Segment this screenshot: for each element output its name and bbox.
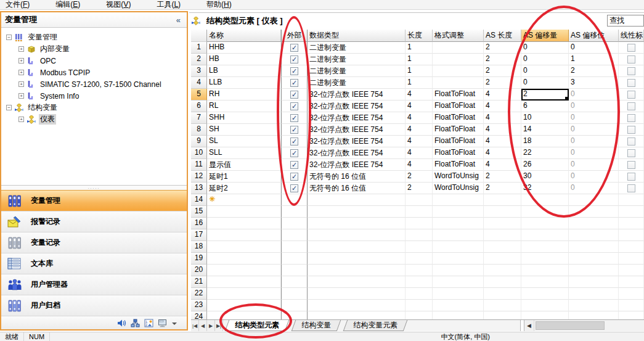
column-header[interactable]: AS 偏移量 <box>521 30 569 42</box>
cell-as-length[interactable]: 2 <box>484 171 521 183</box>
cell-format[interactable] <box>433 300 484 311</box>
cell-length[interactable] <box>406 241 433 253</box>
cell-length[interactable]: 2 <box>406 183 433 194</box>
corner-header-cell[interactable] <box>191 30 207 42</box>
row-number[interactable]: 11 <box>191 159 207 171</box>
cell-length[interactable]: 4 <box>406 147 433 159</box>
tree-item[interactable]: +OPC <box>1 55 187 67</box>
cell-length[interactable]: 4 <box>406 159 433 171</box>
cell-as-offset[interactable]: 10 <box>521 112 569 124</box>
cell-format[interactable] <box>433 265 484 276</box>
row-number[interactable]: 8 <box>191 124 207 136</box>
cell-as-offset[interactable] <box>521 265 569 276</box>
cell-as-bit[interactable]: 0 <box>569 147 619 159</box>
sheet-tab[interactable]: 结构类型元素 <box>225 320 290 331</box>
search-input[interactable] <box>607 15 644 27</box>
cell-as-bit[interactable]: 0 <box>569 101 619 112</box>
cell-as-bit[interactable]: 1 <box>569 54 619 65</box>
cell-format[interactable]: FloatToFloat <box>433 159 484 171</box>
cell-external[interactable] <box>281 300 308 311</box>
cell-as-offset[interactable]: 18 <box>521 136 569 147</box>
panel-splitter[interactable]: ..... <box>1 185 187 190</box>
tab-scroll-button[interactable]: ◀ <box>199 320 207 331</box>
column-header[interactable]: 外部 <box>281 30 308 42</box>
cell-external[interactable] <box>281 253 308 265</box>
cell-as-offset[interactable]: 2 <box>521 89 569 101</box>
cell-as-offset[interactable]: 26 <box>521 159 569 171</box>
cell-as-length[interactable]: 2 <box>484 54 521 65</box>
cell-as-length[interactable] <box>484 241 521 253</box>
cell-name[interactable]: 显示值 <box>207 159 281 171</box>
row-number[interactable]: 16 <box>191 218 207 229</box>
cell-format[interactable]: FloatToFloat <box>433 124 484 136</box>
cell-as-length[interactable] <box>484 265 521 276</box>
cell-datatype[interactable]: 二进制变量 <box>308 42 406 54</box>
cell-datatype[interactable] <box>308 194 406 206</box>
cell-as-length[interactable]: 4 <box>484 147 521 159</box>
speaker-icon[interactable] <box>117 319 126 327</box>
cell-datatype[interactable]: 二进制变量 <box>308 77 406 89</box>
cell-as-bit[interactable] <box>569 253 619 265</box>
row-number[interactable]: 22 <box>191 288 207 300</box>
cell-format[interactable]: FloatToFloat <box>433 147 484 159</box>
cell-as-length[interactable]: 2 <box>484 183 521 194</box>
column-header[interactable]: 名称 <box>207 30 281 42</box>
linear-checkbox[interactable] <box>627 55 635 64</box>
cell-as-length[interactable]: 4 <box>484 101 521 112</box>
cell-as-bit[interactable]: 3 <box>569 77 619 89</box>
cell-external[interactable]: ✓ <box>281 183 308 194</box>
cell-name[interactable]: SL <box>207 136 281 147</box>
cell-length[interactable]: 4 <box>406 89 433 101</box>
cell-linear[interactable] <box>619 54 644 65</box>
cell-as-bit[interactable]: 0 <box>569 171 619 183</box>
cell-name[interactable] <box>207 206 281 218</box>
cell-external[interactable]: ✓ <box>281 77 308 89</box>
cell-format[interactable]: WordToUnsig <box>433 171 484 183</box>
row-number[interactable]: 3 <box>191 65 207 77</box>
cell-as-offset[interactable] <box>521 276 569 288</box>
cell-name[interactable] <box>207 276 281 288</box>
editor-nav-item[interactable]: 用户管理器 <box>1 274 187 295</box>
cell-external[interactable]: ✓ <box>281 136 308 147</box>
row-number[interactable]: 15 <box>191 206 207 218</box>
cell-as-bit[interactable]: 0 <box>569 89 619 101</box>
cell-as-bit[interactable]: 0 <box>569 183 619 194</box>
cell-datatype[interactable]: 32-位浮点数 IEEE 754 <box>308 101 406 112</box>
cell-length[interactable] <box>406 206 433 218</box>
cell-length[interactable] <box>406 253 433 265</box>
cell-name[interactable]: RH <box>207 89 281 101</box>
cell-datatype[interactable]: 32-位浮点数 IEEE 754 <box>308 89 406 101</box>
cell-format[interactable] <box>433 276 484 288</box>
cell-as-length[interactable]: 4 <box>484 159 521 171</box>
cell-format[interactable] <box>433 65 484 77</box>
tree-expander-icon[interactable]: + <box>18 81 24 87</box>
cell-linear[interactable] <box>619 77 644 89</box>
cell-length[interactable] <box>406 288 433 300</box>
cell-name[interactable] <box>207 300 281 311</box>
editor-nav-item[interactable]: 用户归档 <box>1 295 187 316</box>
cell-as-offset[interactable] <box>521 194 569 206</box>
row-number[interactable]: 13 <box>191 183 207 194</box>
cell-linear[interactable] <box>619 194 644 206</box>
cell-linear[interactable] <box>619 147 644 159</box>
cell-as-offset[interactable]: 0 <box>521 65 569 77</box>
cell-as-length[interactable]: 4 <box>484 136 521 147</box>
tab-scroll-button[interactable]: |◀ <box>191 320 199 331</box>
cell-linear[interactable] <box>619 218 644 229</box>
cell-format[interactable] <box>433 206 484 218</box>
cell-datatype[interactable]: 无符号的 16 位值 <box>308 183 406 194</box>
row-number[interactable]: 2 <box>191 54 207 65</box>
cell-datatype[interactable] <box>308 218 406 229</box>
tab-scroll-button[interactable]: ▶| <box>215 320 223 331</box>
cell-as-length[interactable] <box>484 218 521 229</box>
row-number[interactable]: 23 <box>191 300 207 311</box>
cell-as-offset[interactable] <box>521 300 569 311</box>
cell-external[interactable] <box>281 288 308 300</box>
cell-name[interactable]: SLL <box>207 147 281 159</box>
menu-item[interactable]: 工具(L) <box>151 0 186 9</box>
row-number[interactable]: 18 <box>191 241 207 253</box>
cell-external[interactable] <box>281 229 308 241</box>
cell-external[interactable]: ✓ <box>281 65 308 77</box>
cell-name[interactable]: 延时2 <box>207 183 281 194</box>
cell-length[interactable]: 4 <box>406 112 433 124</box>
